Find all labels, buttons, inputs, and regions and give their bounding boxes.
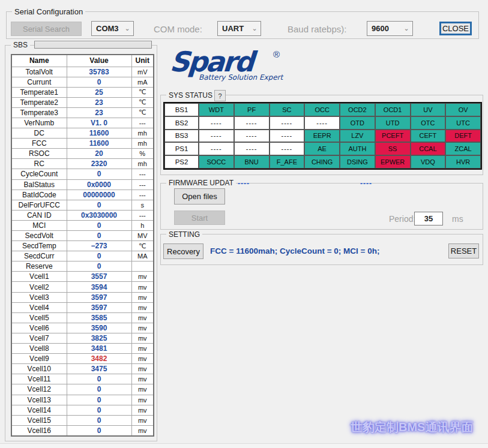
table-row: VerNumbV1. 0--- — [11, 118, 154, 128]
sys-status-title: SYS STATUS — [166, 91, 215, 100]
logo-brand-text: Spard — [169, 48, 303, 76]
status-cell: CHING — [304, 155, 340, 169]
status-cell: OTD — [340, 116, 375, 130]
table-row: Vcell73825mv — [11, 333, 154, 343]
table-row: CAN ID0x3030000--- — [11, 210, 154, 220]
status-cell: PCEFT — [375, 130, 411, 143]
status-cell: OTC — [411, 116, 446, 130]
spard-logo: Spard ® Battery Solution Expert — [170, 48, 302, 85]
firmware-status-dashes-2: ---- — [360, 179, 372, 188]
chevron-down-icon: ⌄ — [121, 25, 133, 32]
status-row-label: BS3 — [164, 130, 199, 143]
table-row: Vcell103475mv — [11, 364, 154, 374]
table-header-row: Name Value Unit — [11, 55, 154, 67]
status-cell: OCC — [304, 103, 340, 116]
table-row: Vcell53585mv — [11, 312, 154, 323]
status-cell: ---- — [199, 130, 234, 143]
header-name: Name — [11, 55, 67, 67]
baud-rate-value: 9600 — [367, 24, 400, 33]
serial-search-button[interactable]: Serial Search — [11, 22, 82, 36]
table-row: Vcell120mv — [11, 384, 154, 395]
baud-rate-label: Baud ratebps): — [288, 24, 346, 34]
status-cell: OCD1 — [375, 103, 411, 116]
com-mode-label: COM mode: — [154, 24, 202, 34]
status-cell: UV — [411, 103, 446, 116]
com-port-select[interactable]: COM3 ⌄ — [91, 21, 134, 36]
table-row: Temperate125℃ — [11, 87, 154, 97]
table-row: Vcell13557mv — [11, 272, 154, 282]
table-row: Vcell150mv — [11, 415, 154, 425]
sbs-title: SBS — [11, 41, 30, 49]
status-cell: CEFT — [411, 130, 446, 143]
sbs-table-body: TotalVolt35783mVCurrunt0mATemperate125℃T… — [11, 67, 154, 436]
status-cell: EPWER — [375, 155, 411, 169]
close-button[interactable]: CLOSE — [439, 22, 472, 35]
status-cell: WDT — [199, 103, 234, 116]
registered-trademark-icon: ® — [273, 49, 280, 59]
table-row: Vcell130mv — [11, 395, 154, 405]
setting-info-text: FCC = 11600mah; CycleCount = 0; MCI = 0h… — [210, 246, 379, 255]
header-value: Value — [67, 55, 131, 67]
status-cell: ZCAL — [445, 142, 481, 155]
table-row: Currunt0mA — [11, 77, 154, 87]
header-unit: Unit — [131, 55, 154, 67]
status-cell: DSING — [340, 155, 375, 169]
status-cell: AE — [304, 142, 340, 155]
help-button[interactable]: ? — [214, 90, 226, 101]
status-cell: ---- — [234, 116, 270, 130]
com-mode-value: UART — [218, 24, 249, 33]
reset-button[interactable]: RESET — [448, 243, 479, 258]
table-row: MCI0h — [11, 220, 154, 230]
table-row: DelForUFCC0s — [11, 200, 154, 210]
status-cell: EEPR — [304, 130, 340, 143]
status-cell: ---- — [270, 116, 305, 130]
recovery-button[interactable]: Recovery — [163, 243, 203, 259]
status-cell: CCAL — [411, 142, 446, 155]
status-cell: ---- — [304, 116, 340, 130]
table-row: BalStatus0x0000--- — [11, 179, 154, 190]
firmware-status-dashes-1: ---- — [238, 179, 250, 188]
table-row: DC11600mh — [11, 128, 154, 139]
table-row: SecdCurr0MA — [11, 251, 154, 261]
table-row: Reserve0 — [11, 261, 154, 272]
status-cell: ---- — [234, 130, 270, 143]
table-row: Temperate323℃ — [11, 107, 154, 118]
table-row: RSOC20% — [11, 149, 154, 159]
status-cell: ---- — [234, 142, 270, 155]
table-row: Vcell110mv — [11, 374, 154, 384]
status-cell: UTC — [445, 116, 481, 130]
table-row: Temperate223℃ — [11, 97, 154, 107]
watermark-text: 世豹定制BMS通讯界面 — [351, 419, 473, 435]
start-button[interactable]: Start — [174, 211, 225, 225]
table-row: TotalVolt35783mV — [11, 67, 154, 77]
table-row: Vcell23594mv — [11, 282, 154, 292]
table-row: CycleCount0--- — [11, 169, 154, 179]
baud-rate-select[interactable]: 9600 ⌄ — [367, 21, 413, 36]
sbs-table: Name Value Unit TotalVolt35783mVCurrunt0… — [11, 54, 154, 437]
status-row-label: PS1 — [164, 142, 199, 155]
sys-status-table: BS1WDTPFSCOCCOCD2OCD1UVOVBS2------------… — [163, 102, 482, 170]
table-row: Vcell93482mv — [11, 354, 154, 364]
setting-title: SETTING — [166, 230, 202, 239]
status-cell: F_AFE — [270, 155, 305, 169]
status-cell: OV — [445, 103, 481, 116]
status-cell: LZV — [340, 130, 375, 143]
com-mode-select[interactable]: UART ⌄ — [217, 21, 261, 36]
status-cell: SC — [270, 103, 305, 116]
status-row-label: BS2 — [164, 116, 199, 130]
status-cell: UTD — [375, 116, 411, 130]
period-input[interactable] — [414, 212, 443, 225]
status-cell: VDQ — [411, 155, 446, 169]
status-cell: SOCC — [199, 155, 234, 169]
status-cell: PF — [234, 103, 270, 116]
chevron-down-icon: ⌄ — [249, 25, 261, 32]
open-files-button[interactable]: Open files — [174, 188, 225, 205]
table-row: Vcell140mv — [11, 405, 154, 415]
serial-config-title: Serial Configuration — [12, 7, 85, 16]
status-cell: SS — [375, 142, 411, 155]
table-row: RC2320mh — [11, 159, 154, 169]
table-row: SecdVolt0MV — [11, 231, 154, 241]
table-row: Vcell63590mv — [11, 323, 154, 333]
status-row-label: BS1 — [164, 103, 199, 116]
period-unit-label: ms — [452, 214, 463, 224]
